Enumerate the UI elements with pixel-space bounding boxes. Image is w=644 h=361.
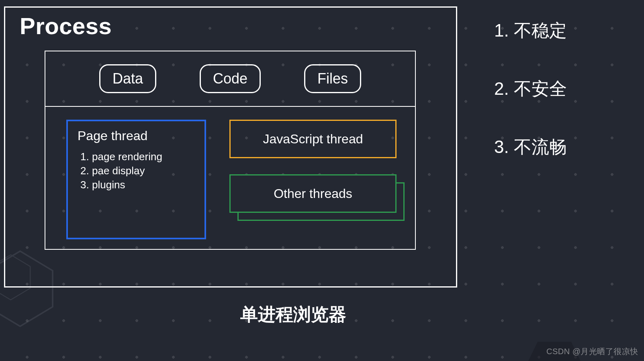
watermark: CSDN @月光晒了很凉快 bbox=[546, 346, 638, 357]
page-thread-item: pae display bbox=[92, 164, 195, 178]
page-thread-title: Page thread bbox=[78, 128, 195, 143]
side-point-1: 1. 不稳定 bbox=[494, 20, 567, 41]
process-inner-container: Data Code Files Page thread page renderi… bbox=[45, 51, 416, 250]
threads-area: Page thread page rendering pae display p… bbox=[45, 107, 415, 249]
page-thread-list: page rendering pae display plugins bbox=[78, 150, 195, 192]
process-container: Process Data Code Files Page thread page… bbox=[4, 6, 457, 288]
resource-data: Data bbox=[99, 64, 156, 93]
page-thread-item: page rendering bbox=[92, 150, 195, 164]
other-threads-box-front: Other threads bbox=[229, 174, 397, 213]
diagram-caption: 单进程浏览器 bbox=[0, 303, 587, 326]
resource-files: Files bbox=[304, 64, 361, 93]
other-threads-title: Other threads bbox=[274, 186, 352, 201]
page-thread-item: plugins bbox=[92, 178, 195, 192]
javascript-thread-box: JavaScript thread bbox=[229, 120, 397, 158]
resource-code: Code bbox=[200, 64, 261, 93]
page-thread-box: Page thread page rendering pae display p… bbox=[66, 120, 206, 239]
other-threads-group: Other threads bbox=[229, 174, 405, 222]
resource-row: Data Code Files bbox=[45, 51, 415, 107]
side-point-2: 2. 不安全 bbox=[494, 78, 567, 100]
side-point-3: 3. 不流畅 bbox=[494, 137, 567, 158]
side-points-list: 1. 不稳定 2. 不安全 3. 不流畅 bbox=[494, 20, 567, 194]
process-title: Process bbox=[20, 12, 444, 39]
javascript-thread-title: JavaScript thread bbox=[263, 132, 363, 147]
